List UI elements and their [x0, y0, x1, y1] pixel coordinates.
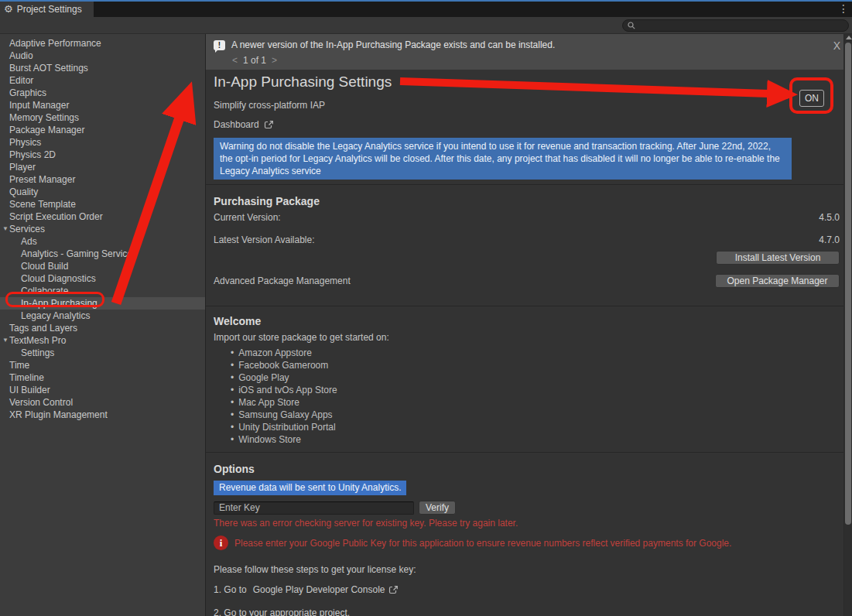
store-list-item: Samsung Galaxy Apps — [231, 409, 840, 421]
sidebar-item-time[interactable]: Time — [0, 359, 205, 371]
section-divider — [206, 452, 852, 453]
pager-label: 1 of 1 — [243, 55, 266, 66]
purchasing-package-section: Purchasing Package Current Version: 4.5.… — [206, 195, 852, 288]
welcome-section: Welcome Import our store package to get … — [206, 315, 852, 446]
current-version-label: Current Version: — [214, 211, 281, 224]
store-list-item: Windows Store — [231, 433, 840, 446]
sidebar-item-cloud-build[interactable]: Cloud Build — [0, 260, 205, 272]
title-bar: ⚙ Project Settings ⋮ — [0, 2, 852, 17]
current-version-value: 4.5.0 — [819, 211, 840, 224]
foldout-icon[interactable]: ▼ — [2, 223, 9, 235]
sidebar-item-audio[interactable]: Audio — [0, 50, 205, 62]
sidebar-item-physics[interactable]: Physics — [0, 136, 205, 149]
section-divider — [206, 184, 852, 185]
sidebar-item-xr-plugin-management[interactable]: XR Plugin Management — [0, 409, 205, 421]
vertical-scrollbar[interactable] — [843, 34, 852, 616]
scroll-up-icon[interactable] — [846, 36, 852, 39]
sidebar-item-in-app-purchasing[interactable]: In-App Purchasing — [0, 297, 205, 310]
license-step-2: 2. Go to your appropriate project. — [214, 607, 840, 616]
sidebar-item-ui-builder[interactable]: UI Builder — [0, 384, 205, 396]
search-icon — [628, 22, 635, 29]
project-settings-window: ⚙ Project Settings ⋮ Adaptive Performanc… — [0, 0, 852, 616]
iap-header-section: In-App Purchasing Settings Simplify cros… — [206, 74, 852, 180]
legacy-analytics-warning: Warning do not disable the Legacy Analyt… — [214, 138, 792, 180]
sidebar-item-ads[interactable]: Ads — [0, 235, 205, 248]
advanced-package-management-label: Advanced Package Management — [214, 275, 351, 286]
page-title: In-App Purchasing Settings — [214, 74, 840, 91]
revenue-note-highlight: Revenue data will be sent to Unity Analy… — [214, 481, 406, 495]
store-list-item: Google Play — [231, 371, 840, 384]
sidebar-item-cloud-diagnostics[interactable]: Cloud Diagnostics — [0, 272, 205, 285]
section-heading: Welcome — [214, 315, 840, 327]
store-list-item: Unity Distribution Portal — [231, 421, 840, 433]
store-list-item: Amazon Appstore — [231, 347, 840, 359]
notification-close-icon[interactable]: X — [833, 39, 840, 52]
sidebar-item-services[interactable]: ▼Services — [0, 223, 205, 235]
store-list: Amazon Appstore Facebook Gameroom Google… — [231, 347, 840, 446]
section-heading: Purchasing Package — [214, 195, 840, 207]
sidebar-item-quality[interactable]: Quality — [0, 186, 205, 198]
sidebar-item-version-control[interactable]: Version Control — [0, 396, 205, 409]
main-area: Adaptive Performance Audio Burst AOT Set… — [0, 34, 852, 616]
external-link-icon — [388, 585, 399, 595]
package-update-notification: ! A newer version of the In-App Purchasi… — [206, 34, 852, 70]
store-list-item: Mac App Store — [231, 396, 840, 409]
google-key-error-text: Please enter your Google Public Key for … — [234, 538, 731, 549]
sidebar-item-analytics-gaming-services[interactable]: Analytics - Gaming Services — [0, 248, 205, 260]
search-box[interactable] — [622, 19, 849, 32]
settings-search-input[interactable] — [638, 21, 843, 30]
verify-button[interactable]: Verify — [419, 501, 456, 515]
latest-version-label: Latest Version Available: — [214, 234, 315, 246]
license-step-1: 1. Go to Google Play Developer Console — [214, 584, 840, 595]
sidebar-item-editor[interactable]: Editor — [0, 74, 205, 87]
settings-sidebar: Adaptive Performance Audio Burst AOT Set… — [0, 34, 206, 616]
sidebar-item-package-manager[interactable]: Package Manager — [0, 124, 205, 136]
sidebar-item-adaptive-performance[interactable]: Adaptive Performance — [0, 37, 205, 50]
store-list-item: iOS and tvOs App Store — [231, 384, 840, 396]
console-warning-icon: ! — [214, 40, 225, 50]
sidebar-item-scene-template[interactable]: Scene Template — [0, 198, 205, 210]
sidebar-item-burst-aot-settings[interactable]: Burst AOT Settings — [0, 62, 205, 74]
install-latest-version-button[interactable]: Install Latest Version — [716, 251, 840, 265]
error-info-icon: i — [214, 536, 228, 550]
license-steps-intro: Please follow these steps to get your li… — [214, 564, 840, 575]
open-package-manager-button[interactable]: Open Package Manager — [715, 274, 840, 288]
gear-icon: ⚙ — [4, 2, 13, 17]
tab-title: Project Settings — [17, 4, 82, 15]
sidebar-item-textmesh-pro[interactable]: ▼TextMesh Pro — [0, 334, 205, 347]
sidebar-item-collaborate[interactable]: Collaborate — [0, 285, 205, 297]
sidebar-item-textmesh-settings[interactable]: Settings — [0, 347, 205, 359]
store-list-item: Facebook Gameroom — [231, 359, 840, 371]
external-link-icon — [264, 120, 274, 130]
sidebar-item-tags-and-layers[interactable]: Tags and Layers — [0, 322, 205, 334]
foldout-icon[interactable]: ▼ — [2, 334, 9, 347]
welcome-intro: Import our store package to get started … — [214, 332, 840, 343]
kebab-menu-icon[interactable]: ⋮ — [835, 2, 852, 17]
tab-project-settings[interactable]: ⚙ Project Settings — [0, 2, 94, 17]
sidebar-item-input-manager[interactable]: Input Manager — [0, 99, 205, 111]
notification-message: A newer version of the In-App Purchasing… — [231, 39, 555, 50]
pager-next-icon[interactable]: > — [272, 55, 277, 66]
sidebar-item-memory-settings[interactable]: Memory Settings — [0, 111, 205, 124]
section-heading: Options — [214, 463, 840, 475]
sidebar-item-physics-2d[interactable]: Physics 2D — [0, 149, 205, 161]
pager-prev-icon[interactable]: < — [232, 55, 238, 66]
section-divider — [206, 306, 852, 306]
dashboard-link[interactable]: Dashboard — [214, 119, 274, 130]
scrollbar-thumb[interactable] — [845, 43, 851, 525]
sidebar-item-script-execution-order[interactable]: Script Execution Order — [0, 210, 205, 223]
google-play-console-link[interactable]: Google Play Developer Console — [253, 584, 385, 595]
sidebar-item-graphics[interactable]: Graphics — [0, 87, 205, 99]
iap-toggle-on-button[interactable]: ON — [799, 90, 824, 107]
server-error-text: There was an error checking server for e… — [214, 518, 840, 529]
latest-version-value: 4.7.0 — [819, 234, 840, 246]
notification-pager: < 1 of 1 > — [232, 55, 852, 66]
sidebar-item-player[interactable]: Player — [0, 161, 205, 173]
sidebar-item-preset-manager[interactable]: Preset Manager — [0, 173, 205, 186]
options-section: Options Revenue data will be sent to Uni… — [206, 463, 852, 616]
google-key-input[interactable] — [214, 501, 414, 515]
settings-content-panel: ! A newer version of the In-App Purchasi… — [206, 34, 852, 616]
sidebar-item-timeline[interactable]: Timeline — [0, 371, 205, 384]
sidebar-item-legacy-analytics[interactable]: Legacy Analytics — [0, 310, 205, 322]
toolbar — [0, 17, 852, 34]
